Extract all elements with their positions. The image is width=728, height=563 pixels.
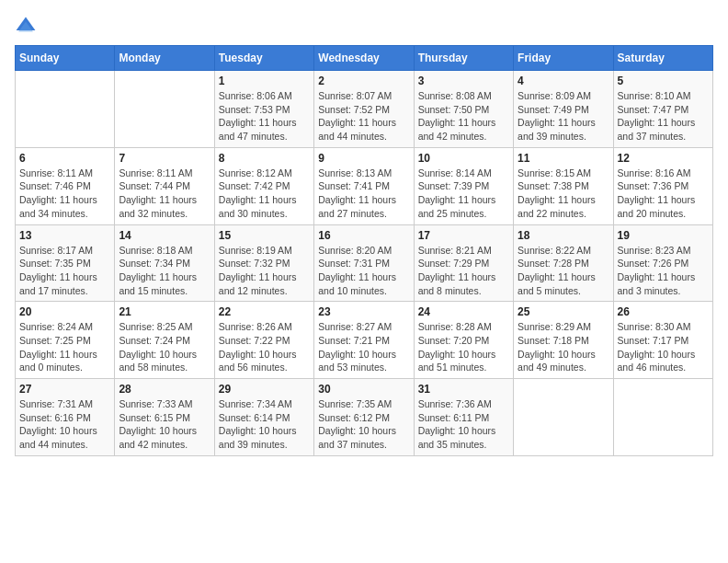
day-info: Sunrise: 8:15 AM Sunset: 7:38 PM Dayligh… [518, 167, 609, 221]
day-info: Sunrise: 8:12 AM Sunset: 7:42 PM Dayligh… [219, 167, 310, 221]
day-number: 3 [418, 75, 509, 87]
day-info: Sunrise: 8:14 AM Sunset: 7:39 PM Dayligh… [418, 167, 509, 221]
day-info: Sunrise: 8:13 AM Sunset: 7:41 PM Dayligh… [318, 167, 409, 221]
day-number: 1 [219, 75, 310, 87]
day-number: 22 [219, 305, 310, 318]
day-number: 28 [119, 383, 210, 396]
calendar-cell: 5Sunrise: 8:10 AM Sunset: 7:47 PM Daylig… [613, 71, 712, 148]
day-number: 19 [618, 229, 709, 242]
day-number: 13 [19, 229, 110, 242]
calendar-cell [16, 71, 115, 148]
day-number: 9 [318, 152, 409, 165]
day-number: 25 [518, 305, 609, 318]
day-info: Sunrise: 8:07 AM Sunset: 7:52 PM Dayligh… [318, 89, 409, 144]
day-info: Sunrise: 7:36 AM Sunset: 6:11 PM Dayligh… [418, 397, 509, 452]
day-info: Sunrise: 8:09 AM Sunset: 7:49 PM Dayligh… [518, 89, 609, 144]
day-info: Sunrise: 7:31 AM Sunset: 6:16 PM Dayligh… [19, 397, 110, 452]
day-number: 5 [618, 75, 709, 87]
day-number: 17 [418, 229, 509, 242]
calendar-cell [115, 71, 214, 148]
weekday-header-thursday: Thursday [414, 46, 513, 71]
day-number: 27 [19, 383, 110, 396]
calendar-cell: 4Sunrise: 8:09 AM Sunset: 7:49 PM Daylig… [514, 71, 613, 148]
day-number: 24 [418, 305, 509, 318]
calendar-cell: 15Sunrise: 8:19 AM Sunset: 7:32 PM Dayli… [214, 224, 313, 302]
day-number: 4 [518, 75, 609, 87]
calendar-cell: 13Sunrise: 8:17 AM Sunset: 7:35 PM Dayli… [16, 224, 115, 302]
calendar-cell [613, 379, 712, 456]
day-info: Sunrise: 7:33 AM Sunset: 6:15 PM Dayligh… [119, 397, 210, 452]
day-number: 6 [19, 152, 110, 165]
day-info: Sunrise: 8:18 AM Sunset: 7:34 PM Dayligh… [119, 244, 210, 298]
weekday-header-monday: Monday [115, 46, 214, 71]
day-info: Sunrise: 8:23 AM Sunset: 7:26 PM Dayligh… [618, 244, 709, 298]
header [15, 15, 713, 34]
day-info: Sunrise: 8:19 AM Sunset: 7:32 PM Dayligh… [219, 244, 310, 298]
day-number: 29 [219, 383, 310, 396]
calendar-cell: 11Sunrise: 8:15 AM Sunset: 7:38 PM Dayli… [514, 147, 613, 224]
day-number: 14 [119, 229, 210, 242]
day-info: Sunrise: 8:28 AM Sunset: 7:20 PM Dayligh… [418, 320, 509, 374]
day-info: Sunrise: 8:11 AM Sunset: 7:44 PM Dayligh… [119, 167, 210, 221]
calendar-cell: 17Sunrise: 8:21 AM Sunset: 7:29 PM Dayli… [414, 224, 513, 302]
day-info: Sunrise: 8:21 AM Sunset: 7:29 PM Dayligh… [418, 244, 509, 298]
day-number: 8 [219, 152, 310, 165]
day-number: 12 [618, 152, 709, 165]
day-number: 7 [119, 152, 210, 165]
calendar-cell: 16Sunrise: 8:20 AM Sunset: 7:31 PM Dayli… [314, 224, 414, 302]
calendar-cell: 7Sunrise: 8:11 AM Sunset: 7:44 PM Daylig… [115, 147, 214, 224]
day-number: 2 [318, 75, 409, 87]
day-number: 26 [618, 305, 709, 318]
day-info: Sunrise: 8:27 AM Sunset: 7:21 PM Dayligh… [318, 320, 409, 374]
calendar-cell: 24Sunrise: 8:28 AM Sunset: 7:20 PM Dayli… [414, 302, 513, 379]
day-number: 15 [219, 229, 310, 242]
calendar-cell: 9Sunrise: 8:13 AM Sunset: 7:41 PM Daylig… [314, 147, 414, 224]
day-info: Sunrise: 8:08 AM Sunset: 7:50 PM Dayligh… [418, 89, 509, 144]
day-number: 10 [418, 152, 509, 165]
calendar-cell: 26Sunrise: 8:30 AM Sunset: 7:17 PM Dayli… [613, 302, 712, 379]
day-info: Sunrise: 8:24 AM Sunset: 7:25 PM Dayligh… [19, 320, 110, 374]
calendar-cell: 29Sunrise: 7:34 AM Sunset: 6:14 PM Dayli… [214, 379, 313, 456]
calendar-cell: 22Sunrise: 8:26 AM Sunset: 7:22 PM Dayli… [214, 302, 313, 379]
day-number: 30 [318, 383, 409, 396]
day-info: Sunrise: 8:06 AM Sunset: 7:53 PM Dayligh… [219, 89, 310, 144]
day-info: Sunrise: 8:10 AM Sunset: 7:47 PM Dayligh… [618, 89, 709, 144]
day-info: Sunrise: 8:30 AM Sunset: 7:17 PM Dayligh… [618, 320, 709, 374]
calendar-cell: 19Sunrise: 8:23 AM Sunset: 7:26 PM Dayli… [613, 224, 712, 302]
logo-icon [15, 16, 37, 34]
day-number: 20 [19, 305, 110, 318]
calendar-cell: 6Sunrise: 8:11 AM Sunset: 7:46 PM Daylig… [16, 147, 115, 224]
calendar-cell: 21Sunrise: 8:25 AM Sunset: 7:24 PM Dayli… [115, 302, 214, 379]
calendar-cell: 28Sunrise: 7:33 AM Sunset: 6:15 PM Dayli… [115, 379, 214, 456]
day-info: Sunrise: 8:11 AM Sunset: 7:46 PM Dayligh… [19, 167, 110, 221]
calendar-cell: 10Sunrise: 8:14 AM Sunset: 7:39 PM Dayli… [414, 147, 513, 224]
day-number: 11 [518, 152, 609, 165]
day-info: Sunrise: 8:16 AM Sunset: 7:36 PM Dayligh… [618, 167, 709, 221]
calendar-cell: 25Sunrise: 8:29 AM Sunset: 7:18 PM Dayli… [514, 302, 613, 379]
calendar-cell: 30Sunrise: 7:35 AM Sunset: 6:12 PM Dayli… [314, 379, 414, 456]
day-info: Sunrise: 8:17 AM Sunset: 7:35 PM Dayligh… [19, 244, 110, 298]
calendar-table: SundayMondayTuesdayWednesdayThursdayFrid… [15, 45, 713, 456]
calendar-cell: 8Sunrise: 8:12 AM Sunset: 7:42 PM Daylig… [214, 147, 313, 224]
logo [15, 15, 40, 34]
day-info: Sunrise: 8:20 AM Sunset: 7:31 PM Dayligh… [318, 244, 409, 298]
calendar-cell: 23Sunrise: 8:27 AM Sunset: 7:21 PM Dayli… [314, 302, 414, 379]
day-info: Sunrise: 8:29 AM Sunset: 7:18 PM Dayligh… [518, 320, 609, 374]
day-info: Sunrise: 8:22 AM Sunset: 7:28 PM Dayligh… [518, 244, 609, 298]
weekday-header-wednesday: Wednesday [314, 46, 414, 71]
calendar-cell: 14Sunrise: 8:18 AM Sunset: 7:34 PM Dayli… [115, 224, 214, 302]
calendar-cell: 2Sunrise: 8:07 AM Sunset: 7:52 PM Daylig… [314, 71, 414, 148]
calendar-cell [514, 379, 613, 456]
weekday-header-friday: Friday [514, 46, 613, 71]
weekday-header-tuesday: Tuesday [214, 46, 313, 71]
weekday-header-saturday: Saturday [613, 46, 712, 71]
day-info: Sunrise: 7:34 AM Sunset: 6:14 PM Dayligh… [219, 397, 310, 452]
day-number: 23 [318, 305, 409, 318]
day-number: 18 [518, 229, 609, 242]
weekday-header-sunday: Sunday [16, 46, 115, 71]
calendar-cell: 31Sunrise: 7:36 AM Sunset: 6:11 PM Dayli… [414, 379, 513, 456]
calendar-cell: 18Sunrise: 8:22 AM Sunset: 7:28 PM Dayli… [514, 224, 613, 302]
calendar-cell: 20Sunrise: 8:24 AM Sunset: 7:25 PM Dayli… [16, 302, 115, 379]
calendar-cell: 12Sunrise: 8:16 AM Sunset: 7:36 PM Dayli… [613, 147, 712, 224]
day-number: 21 [119, 305, 210, 318]
